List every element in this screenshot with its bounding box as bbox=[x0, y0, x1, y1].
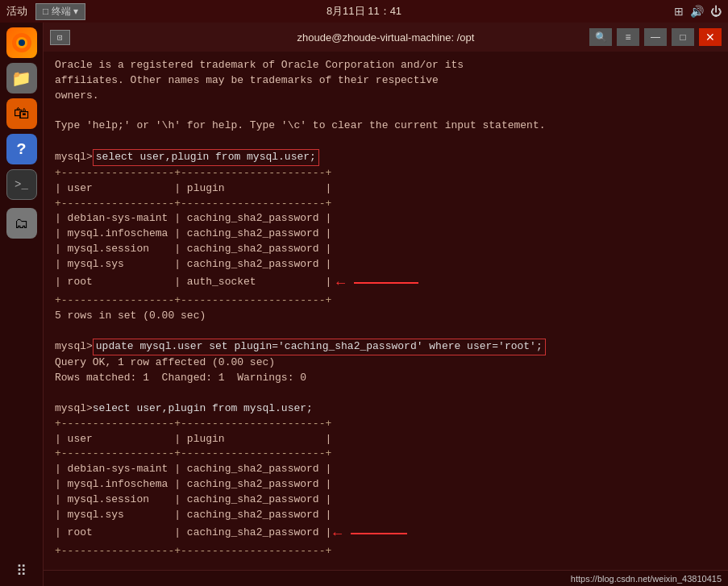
cmd3-line: mysql> select user,plugin from mysql.use… bbox=[55, 401, 717, 417]
result2a: Query OK, 1 row affected (0.00 sec) bbox=[55, 355, 717, 371]
prompt-1: mysql> bbox=[55, 150, 93, 165]
table1-sep1: +------------------+--------------------… bbox=[55, 166, 717, 181]
main-layout: 📁 🛍 ? >_ 🗂 ⠿ ⊡ zhoude@zhoude-virtual-mac… bbox=[0, 23, 728, 586]
sidebar-item-help[interactable]: ? bbox=[6, 134, 37, 164]
intro-blank-1 bbox=[55, 104, 717, 119]
status-bar: https://blog.csdn.net/weixin_43810415 bbox=[44, 570, 728, 586]
sidebar-bottom: ⠿ bbox=[16, 562, 27, 580]
table1-result-text: 5 rows in set (0.00 sec) bbox=[55, 309, 717, 324]
intro-blank-2 bbox=[55, 134, 717, 149]
table1-row-3: | mysql.sys | caching_sha2_password | bbox=[55, 257, 717, 272]
network-icon: ⊞ bbox=[674, 5, 684, 18]
table1-row-1: | mysql.infoschema | caching_sha2_passwo… bbox=[55, 227, 717, 242]
table1-row-0: | debian-sys-maint | caching_sha2_passwo… bbox=[55, 211, 717, 227]
close-button[interactable]: ✕ bbox=[699, 28, 722, 46]
prompt-2: mysql> bbox=[55, 339, 93, 355]
cmd2-line: mysql> update mysql.user set plugin='cac… bbox=[55, 339, 717, 355]
arrow-annotation-2: ← bbox=[333, 523, 407, 544]
arrow-annotation-1: ← bbox=[336, 272, 418, 293]
result2b: Rows matched: 1 Changed: 1 Warnings: 0 bbox=[55, 371, 717, 386]
table2-row-2: | mysql.session | caching_sha2_password … bbox=[55, 492, 717, 508]
table1-row-2: | mysql.session | caching_sha2_password … bbox=[55, 242, 717, 257]
tab-icon-symbol: ⊡ bbox=[57, 32, 63, 43]
blank-after-table1 bbox=[55, 324, 717, 339]
cmd1-text: select user,plugin from mysql.user; bbox=[93, 149, 319, 166]
table2-row-3: | mysql.sys | caching_sha2_password | bbox=[55, 508, 717, 523]
search-button[interactable]: 🔍 bbox=[589, 28, 612, 46]
terminal-title-bar: ⊡ zhoude@zhoude-virtual-machine: /opt 🔍 … bbox=[44, 23, 728, 52]
table2-row-0: | debian-sys-maint | caching_sha2_passwo… bbox=[55, 462, 717, 477]
title-bar-controls: 🔍 ≡ — □ ✕ bbox=[589, 28, 722, 46]
terminal-content[interactable]: Oracle is a registered trademark of Orac… bbox=[44, 52, 728, 570]
table1-sep2: +------------------+--------------------… bbox=[55, 197, 717, 212]
table1-header: | user | plugin | bbox=[55, 181, 717, 197]
terminal-indicator[interactable]: □ 终端 ▾ bbox=[35, 3, 85, 20]
sidebar-item-firefox[interactable] bbox=[6, 27, 37, 58]
table1-root-row-container: | root | auth_socket | ← bbox=[55, 272, 717, 293]
sound-icon: 🔊 bbox=[690, 5, 704, 18]
status-url: https://blog.csdn.net/weixin_43810415 bbox=[571, 574, 722, 584]
blank-after-table2 bbox=[55, 559, 717, 571]
cmd1-line: mysql> select user,plugin from mysql.use… bbox=[55, 149, 717, 166]
minimize-button[interactable]: — bbox=[644, 28, 667, 46]
terminal-title: zhoude@zhoude-virtual-machine: /opt bbox=[297, 31, 475, 44]
terminal-tab[interactable]: ⊡ bbox=[50, 30, 70, 45]
cmd2-text: update mysql.user set plugin='caching_sh… bbox=[93, 339, 546, 355]
cmd3-text: select user,plugin from mysql.user; bbox=[93, 401, 313, 417]
table2-sep1: +------------------+--------------------… bbox=[55, 417, 717, 432]
intro-line-3: owners. bbox=[55, 89, 717, 104]
table2-header: | user | plugin | bbox=[55, 432, 717, 447]
table2-sep2: +------------------+--------------------… bbox=[55, 447, 717, 462]
prompt-3: mysql> bbox=[55, 401, 93, 417]
power-icon: ⏻ bbox=[710, 5, 722, 18]
svg-point-2 bbox=[19, 39, 25, 46]
maximize-button[interactable]: □ bbox=[672, 28, 694, 46]
sidebar-item-files[interactable]: 📁 bbox=[6, 63, 37, 94]
activities-label[interactable]: 活动 bbox=[6, 4, 27, 19]
table2-row-4: | root | caching_sha2_password | bbox=[55, 526, 331, 541]
sidebar-item-storage[interactable]: 🗂 bbox=[6, 208, 37, 239]
table1-sep3: +------------------+--------------------… bbox=[55, 293, 717, 309]
menu-button[interactable]: ≡ bbox=[617, 28, 639, 46]
blank-after-cmd2 bbox=[55, 386, 717, 401]
sidebar: 📁 🛍 ? >_ 🗂 ⠿ bbox=[0, 23, 44, 586]
system-bar-left: 活动 □ 终端 ▾ bbox=[6, 3, 85, 20]
table1-row-4: | root | auth_socket | bbox=[55, 275, 331, 290]
intro-line-1: Oracle is a registered trademark of Orac… bbox=[55, 58, 717, 73]
system-bar-right: ⊞ 🔊 ⏻ bbox=[674, 5, 722, 18]
table2-root-row-container: | root | caching_sha2_password | ← bbox=[55, 523, 717, 544]
grid-dots-icon[interactable]: ⠿ bbox=[16, 562, 27, 580]
intro-help: Type 'help;' or '\h' for help. Type '\c'… bbox=[55, 118, 717, 134]
system-bar-datetime: 8月11日 11：41 bbox=[327, 4, 401, 19]
terminal-window: ⊡ zhoude@zhoude-virtual-machine: /opt 🔍 … bbox=[44, 23, 728, 586]
intro-line-2: affiliates. Other names may be trademark… bbox=[55, 73, 717, 89]
table2-row-1: | mysql.infoschema | caching_sha2_passwo… bbox=[55, 477, 717, 492]
system-bar: 活动 □ 终端 ▾ 8月11日 11：41 ⊞ 🔊 ⏻ bbox=[0, 0, 728, 23]
table2-sep3: +------------------+--------------------… bbox=[55, 544, 717, 559]
sidebar-item-terminal[interactable]: >_ bbox=[6, 169, 37, 200]
sidebar-item-apps[interactable]: 🛍 bbox=[6, 98, 37, 129]
